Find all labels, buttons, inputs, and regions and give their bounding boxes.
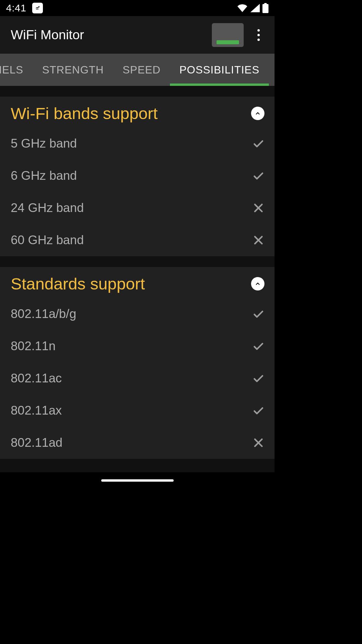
close-icon	[252, 437, 264, 449]
row-label: 5 GHz band	[11, 137, 77, 151]
overflow-menu-button[interactable]	[250, 27, 266, 43]
row-label: 802.11n	[11, 339, 56, 353]
nav-home-pill[interactable]	[101, 479, 174, 482]
tab-channels[interactable]: NNELS	[0, 54, 33, 86]
list-item: 24 GHz band	[0, 192, 275, 224]
tab-label: NNELS	[0, 64, 23, 76]
wifi-icon	[237, 4, 248, 12]
list-item: 802.11n	[0, 330, 275, 362]
list-item: 802.11ax	[0, 394, 275, 427]
collapse-button[interactable]	[251, 107, 264, 120]
check-icon	[252, 138, 264, 150]
battery-icon	[262, 3, 268, 13]
check-icon	[252, 170, 264, 182]
close-icon	[252, 202, 264, 214]
section-standards: Standards support 802.11a/b/g 802.11n	[0, 267, 275, 459]
row-label: 60 GHz band	[11, 233, 84, 247]
app-bar: WiFi Monitor	[0, 16, 275, 54]
svg-point-0	[39, 6, 40, 7]
list-item: 802.11ad	[0, 427, 275, 459]
tab-speed[interactable]: SPEED	[113, 54, 170, 86]
section-title: Wi-Fi bands support	[11, 104, 158, 123]
chevron-up-icon	[255, 281, 261, 287]
tab-label: STRENGTH	[42, 64, 104, 76]
signal-tile-button[interactable]	[212, 23, 244, 47]
android-nav-bar	[0, 472, 275, 488]
tab-label: POSSIBILITIES	[179, 64, 259, 76]
tab-scan[interactable]: SCAN	[269, 54, 275, 86]
row-label: 802.11ax	[11, 404, 62, 418]
list-item: 60 GHz band	[0, 224, 275, 256]
row-label: 802.11a/b/g	[11, 307, 76, 321]
signal-bar-icon	[217, 40, 239, 44]
list-item: 802.11ac	[0, 362, 275, 394]
tab-strength[interactable]: STRENGTH	[33, 54, 113, 86]
close-icon	[252, 234, 264, 246]
collapse-button[interactable]	[251, 277, 264, 290]
check-icon	[252, 340, 264, 352]
content-scroll[interactable]: Wi-Fi bands support 5 GHz band 6 GHz ban…	[0, 86, 275, 472]
tab-label: SPEED	[123, 64, 161, 76]
check-icon	[252, 372, 264, 384]
app-title: WiFi Monitor	[11, 28, 205, 42]
chevron-up-icon	[255, 110, 261, 116]
row-label: 802.11ad	[11, 436, 62, 450]
svg-rect-1	[262, 4, 268, 13]
more-vert-icon	[257, 29, 260, 41]
row-label: 802.11ac	[11, 371, 62, 385]
status-bar: 4:41	[0, 0, 275, 16]
section-bands: Wi-Fi bands support 5 GHz band 6 GHz ban…	[0, 97, 275, 256]
list-item: 6 GHz band	[0, 160, 275, 192]
check-icon	[252, 308, 264, 320]
check-icon	[252, 405, 264, 417]
section-title: Standards support	[11, 274, 145, 293]
row-label: 6 GHz band	[11, 169, 77, 183]
status-time: 4:41	[6, 2, 26, 14]
tab-bar: NNELS STRENGTH SPEED POSSIBILITIES SCAN	[0, 54, 275, 86]
list-item: 5 GHz band	[0, 127, 275, 160]
cell-signal-icon	[250, 4, 260, 12]
svg-rect-2	[264, 3, 267, 5]
list-item: 802.11a/b/g	[0, 298, 275, 330]
tab-possibilities[interactable]: POSSIBILITIES	[170, 54, 269, 86]
row-label: 24 GHz band	[11, 201, 84, 215]
app-notification-icon	[32, 3, 43, 13]
